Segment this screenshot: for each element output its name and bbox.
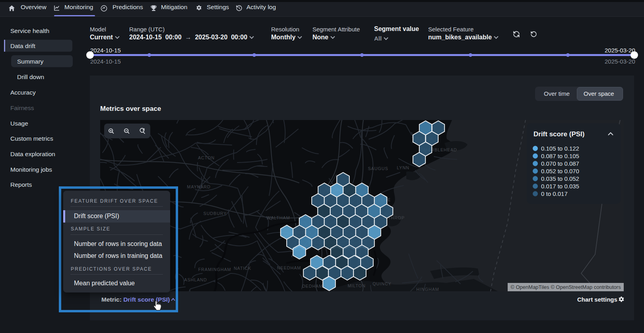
svg-text:ASHLAND: ASHLAND [184,277,207,282]
svg-text:LYNN: LYNN [397,165,409,170]
svg-text:DEDHAM: DEDHAM [302,284,323,288]
svg-text:SAUGUS: SAUGUS [368,166,388,171]
svg-text:MAYNARD: MAYNARD [187,184,211,189]
svg-text:NEEDHAM: NEEDHAM [277,265,301,270]
svg-text:SUDBURY: SUDBURY [204,211,227,216]
svg-text:HINGHAM: HINGHAM [416,287,439,291]
svg-text:NATICK: NATICK [234,266,251,271]
svg-text:ACTON: ACTON [198,155,215,160]
svg-text:QUINCY: QUINCY [372,281,391,286]
svg-text:WALTHAM: WALTHAM [266,215,290,220]
svg-text:FRAMINGHAM: FRAMINGHAM [198,267,231,272]
svg-text:MILTON: MILTON [347,283,365,288]
